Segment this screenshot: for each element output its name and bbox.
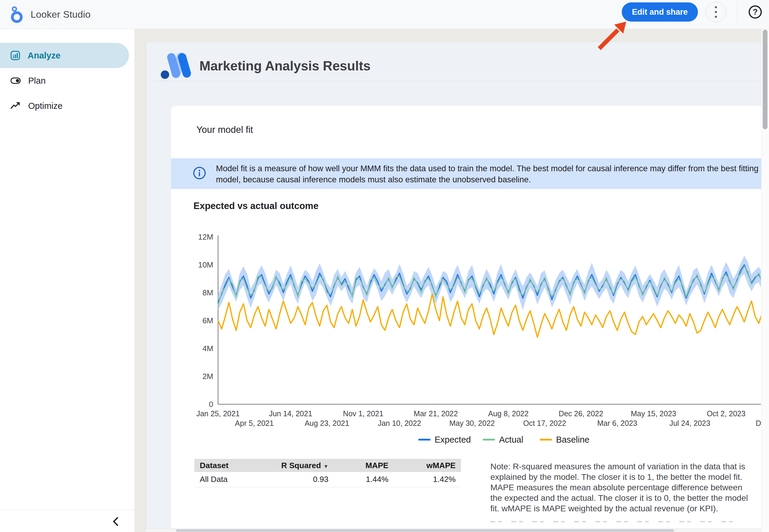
- note-text: Note: R-squared measures the amount of v…: [490, 461, 754, 514]
- expected-vs-actual-chart-svg: 12M10M8M6M4M2M0Jan 25, 2021Jun 14, 2021N…: [181, 228, 761, 459]
- question-mark-icon: ?: [748, 5, 762, 19]
- info-banner-text: Model fit is a measure of how well your …: [216, 163, 759, 185]
- topbar: Looker Studio Edit and share ?: [0, 0, 769, 29]
- svg-text:Dec 26, 2022: Dec 26, 2022: [559, 409, 603, 418]
- more-options-button[interactable]: [706, 2, 726, 22]
- sort-arrow-icon[interactable]: ▼: [323, 464, 328, 469]
- model-fit-card: Your model fit Model fit is a measure of…: [171, 106, 761, 528]
- card-title: Your model fit: [196, 124, 253, 135]
- svg-text:Actual: Actual: [499, 435, 523, 444]
- kebab-menu-icon: [714, 5, 717, 19]
- vertical-scrollbar-thumb[interactable]: [763, 30, 768, 129]
- svg-text:6M: 6M: [202, 316, 213, 325]
- brand: Looker Studio: [8, 0, 91, 29]
- svg-text:May 15, 2023: May 15, 2023: [631, 409, 676, 418]
- svg-text:8M: 8M: [202, 288, 213, 297]
- marketing-platform-logo-icon: [160, 50, 196, 80]
- clipped-text-hint: [490, 521, 742, 522]
- svg-text:Nov 1, 2021: Nov 1, 2021: [343, 409, 384, 418]
- svg-text:Jan 25, 2021: Jan 25, 2021: [196, 409, 240, 418]
- chart-title: Expected vs actual outcome: [193, 201, 319, 211]
- report-page: Marketing Analysis Results Your model fi…: [146, 42, 761, 528]
- table-header-dataset[interactable]: Dataset: [194, 459, 257, 472]
- svg-text:Jan 10, 2022: Jan 10, 2022: [378, 419, 421, 427]
- help-button[interactable]: ?: [748, 5, 762, 19]
- sidebar-item-plan[interactable]: Plan: [0, 68, 134, 93]
- svg-text:2M: 2M: [202, 372, 213, 381]
- app-title: Looker Studio: [31, 9, 91, 20]
- svg-text:10M: 10M: [198, 260, 213, 269]
- svg-text:Aug 8, 2022: Aug 8, 2022: [488, 409, 529, 418]
- sidebar: AnalyzePlanOptimize: [0, 29, 134, 532]
- fit-metrics-table-wrap: DatasetR Squared▼MAPEwMAPEAll Data0.931.…: [194, 459, 461, 487]
- edit-and-share-button[interactable]: Edit and share: [622, 2, 698, 22]
- table-cell: 0.93: [257, 472, 334, 487]
- svg-text:Jul 24, 2023: Jul 24, 2023: [669, 419, 710, 427]
- table-cell: 1.42%: [394, 472, 461, 487]
- sidebar-item-optimize[interactable]: Optimize: [0, 93, 134, 118]
- svg-text:Expected: Expected: [435, 435, 471, 444]
- info-banner: Model fit is a measure of how well your …: [171, 158, 761, 189]
- svg-text:May 30, 2022: May 30, 2022: [449, 419, 495, 427]
- sidebar-footer: [0, 510, 134, 532]
- svg-text:Mar 6, 2023: Mar 6, 2023: [597, 419, 637, 427]
- sidebar-nav: AnalyzePlanOptimize: [0, 43, 134, 118]
- horizontal-scrollbar-thumb[interactable]: [176, 529, 674, 532]
- page-header-divider: [152, 81, 761, 81]
- info-icon: [193, 166, 206, 180]
- svg-text:Aug 23, 2021: Aug 23, 2021: [305, 419, 349, 427]
- chevron-left-icon: [110, 516, 122, 528]
- table-cell: All Data: [194, 472, 257, 487]
- sidebar-collapse-button[interactable]: [110, 516, 122, 528]
- plan-toggle-icon: [10, 76, 21, 86]
- analyze-chart-icon: [10, 50, 20, 61]
- svg-text:4M: 4M: [202, 344, 213, 353]
- svg-text:Mar 21, 2022: Mar 21, 2022: [414, 409, 458, 418]
- sidebar-item-label: Plan: [28, 76, 46, 86]
- optimize-trending-up-icon: [10, 101, 21, 111]
- svg-text:Oct 2, 2023: Oct 2, 2023: [707, 409, 745, 418]
- note-wrap: Note: R-squared measures the amount of v…: [490, 461, 754, 522]
- fit-metrics-table[interactable]: DatasetR Squared▼MAPEwMAPEAll Data0.931.…: [194, 459, 461, 487]
- svg-text:Dec: Dec: [756, 419, 761, 427]
- model-fit-chart[interactable]: 12M10M8M6M4M2M0Jan 25, 2021Jun 14, 2021N…: [181, 228, 761, 459]
- svg-text:12M: 12M: [198, 232, 213, 241]
- sidebar-item-label: Optimize: [28, 101, 62, 111]
- sidebar-item-label: Analyze: [28, 51, 61, 61]
- topbar-divider: [737, 2, 738, 22]
- svg-text:Baseline: Baseline: [556, 435, 589, 444]
- svg-text:Oct 17, 2022: Oct 17, 2022: [523, 419, 566, 427]
- sidebar-item-analyze[interactable]: Analyze: [0, 43, 129, 68]
- table-row[interactable]: All Data0.931.44%1.42%: [194, 472, 461, 487]
- svg-text:?: ?: [753, 7, 758, 16]
- table-cell: 1.44%: [334, 472, 394, 487]
- looker-studio-logo-icon: [8, 6, 25, 24]
- table-header-r-squared[interactable]: R Squared▼: [257, 459, 334, 472]
- svg-text:Jun 14, 2021: Jun 14, 2021: [269, 409, 313, 418]
- svg-text:Apr 5, 2021: Apr 5, 2021: [235, 419, 274, 427]
- vertical-scrollbar[interactable]: [761, 29, 769, 532]
- table-header-mape[interactable]: MAPE: [334, 459, 394, 472]
- table-header-wmape[interactable]: wMAPE: [394, 459, 461, 472]
- page-title: Marketing Analysis Results: [199, 58, 371, 73]
- svg-text:0: 0: [209, 400, 213, 409]
- horizontal-scrollbar[interactable]: [146, 528, 761, 532]
